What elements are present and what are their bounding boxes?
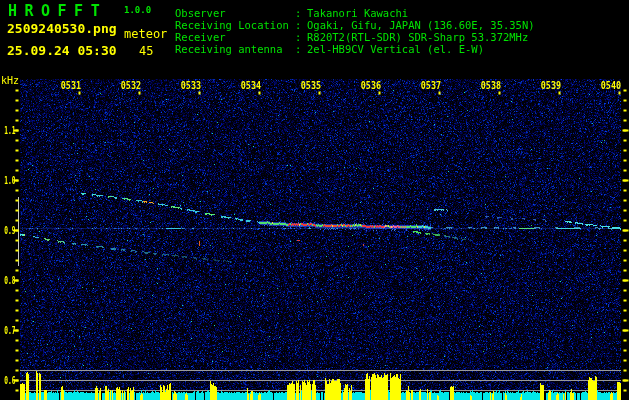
time-tick-label-0538: 0538 xyxy=(480,81,500,91)
header-line-antenna: Receiving antenna:2el-HB9CV Vertical (el… xyxy=(175,44,484,55)
spectrogram-canvas xyxy=(0,0,629,400)
app-title: HROFFT xyxy=(8,4,107,19)
header-colon: : xyxy=(295,32,307,43)
freq-tick-label-0.8: 0.8 xyxy=(4,276,11,286)
header-colon: : xyxy=(295,8,307,19)
header-label: Receiving Location xyxy=(175,20,295,31)
header-value: Ogaki, Gifu, JAPAN (136.60E, 35.35N) xyxy=(307,19,535,31)
mode-label: meteor xyxy=(124,28,167,40)
datetime-label: 25.09.24 05:30 xyxy=(7,44,117,57)
freq-tick-label-0.6: 0.6 xyxy=(4,376,11,386)
time-tick-label-0536: 0536 xyxy=(360,81,380,91)
header-line-location: Receiving Location:Ogaki, Gifu, JAPAN (1… xyxy=(175,20,535,31)
freq-tick-label-1.1: 1.1 xyxy=(4,126,11,136)
time-tick-label-0534: 0534 xyxy=(240,81,260,91)
freq-axis-unit-label: kHz xyxy=(1,76,19,86)
freq-tick-label-0.9: 0.9 xyxy=(4,226,11,236)
time-tick-label-0535: 0535 xyxy=(300,81,320,91)
time-tick-label-0540: 0540 xyxy=(600,81,620,91)
time-tick-label-0537: 0537 xyxy=(420,81,440,91)
header-line-observer: Observer:Takanori Kawachi xyxy=(175,8,408,19)
time-tick-label-0532: 0532 xyxy=(120,81,140,91)
app-version: 1.0.0 xyxy=(124,6,151,15)
header-label: Observer xyxy=(175,8,295,19)
header-line-receiver: Receiver:R820T2(RTL-SDR) SDR-Sharp 53.37… xyxy=(175,32,528,43)
freq-tick-label-1.0: 1.0 xyxy=(4,176,11,186)
header-value: R820T2(RTL-SDR) SDR-Sharp 53.372MHz xyxy=(307,31,528,43)
time-tick-label-0533: 0533 xyxy=(180,81,200,91)
time-tick-label-0539: 0539 xyxy=(540,81,560,91)
hrofft-screen: HROFFT 1.0.0 2509240530.png meteor 25.09… xyxy=(0,0,629,400)
time-tick-label-0531: 0531 xyxy=(60,81,80,91)
freq-tick-label-0.7: 0.7 xyxy=(4,326,11,336)
header-colon: : xyxy=(295,44,307,55)
header-value: 2el-HB9CV Vertical (el. E-W) xyxy=(307,43,484,55)
header-label: Receiving antenna xyxy=(175,44,295,55)
file-name: 2509240530.png xyxy=(7,22,117,35)
header-colon: : xyxy=(295,20,307,31)
header-label: Receiver xyxy=(175,32,295,43)
count-label: 45 xyxy=(139,45,153,57)
header-value: Takanori Kawachi xyxy=(307,7,408,19)
